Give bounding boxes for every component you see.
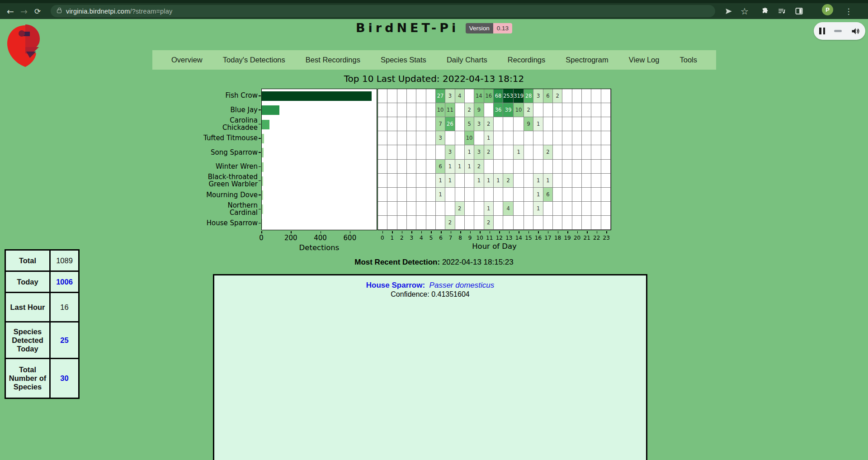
- stats-table: Total1089Today1006Last Hour16Species Det…: [5, 249, 80, 399]
- hour-tick-mark: [538, 231, 539, 233]
- heatmap-cell: [533, 145, 543, 159]
- heatmap-xaxis-title: Hour of Day: [377, 242, 611, 251]
- heatmap-cell: [436, 216, 445, 230]
- nav-item-recordings[interactable]: Recordings: [508, 56, 545, 64]
- bar-ytick-mark: [259, 223, 261, 224]
- heatmap-cell: [378, 188, 387, 202]
- heatmap-cell: [553, 216, 562, 230]
- heatmap-cell: [514, 216, 524, 230]
- detection-bar: [262, 134, 264, 143]
- stats-value-link[interactable]: 1006: [50, 271, 79, 293]
- bookmark-star-icon[interactable]: ☆: [737, 3, 752, 19]
- extensions-icon[interactable]: [758, 3, 773, 19]
- profile-avatar[interactable]: P: [822, 4, 833, 15]
- hour-tick-label: 18: [552, 235, 563, 241]
- nav-item-view-log[interactable]: View Log: [629, 56, 660, 64]
- heatmap-cell: [426, 174, 436, 188]
- heatmap-cell: [601, 174, 611, 188]
- nav-item-daily-charts[interactable]: Daily Charts: [447, 56, 487, 64]
- heatmap-cell: [407, 174, 416, 188]
- heatmap-cell: [494, 145, 503, 159]
- heatmap-cell: 6: [436, 160, 445, 174]
- stats-value-link[interactable]: 30: [50, 359, 79, 398]
- hour-tick-mark: [392, 231, 393, 233]
- heatmap-cell: 1: [465, 145, 474, 159]
- heatmap-cell: [503, 131, 514, 145]
- audio-player[interactable]: [814, 22, 865, 40]
- hour-tick-label: 8: [455, 235, 466, 241]
- heatmap-cell: [445, 188, 455, 202]
- send-icon[interactable]: [721, 3, 736, 19]
- hour-tick-mark: [441, 231, 442, 233]
- heatmap-cell: [426, 188, 436, 202]
- heatmap-cell: [543, 160, 553, 174]
- heatmap-cell: [514, 131, 524, 145]
- detection-bar: [262, 148, 264, 157]
- heatmap-cell: 3: [436, 131, 445, 145]
- hour-tick-mark: [431, 231, 432, 233]
- media-controls-icon[interactable]: [774, 3, 789, 19]
- heatmap-cell: [387, 131, 397, 145]
- nav-item-spectrogram[interactable]: Spectrogram: [566, 56, 608, 64]
- hour-tick-mark: [411, 231, 412, 233]
- nav-item-best-recordings[interactable]: Best Recordings: [306, 56, 360, 64]
- menu-kebab-icon[interactable]: ⋮: [841, 3, 856, 19]
- stats-label: Total Number of Species: [5, 359, 50, 398]
- bar-ytick-mark: [259, 152, 261, 153]
- detection-title[interactable]: House Sparrow: Passer domesticus: [214, 281, 646, 290]
- volume-icon[interactable]: [851, 27, 860, 36]
- forward-icon[interactable]: →: [16, 3, 32, 19]
- heatmap-cell: [572, 202, 582, 216]
- hour-tick-mark: [451, 231, 452, 233]
- heatmap-cell: [572, 89, 582, 103]
- heatmap-cell: [514, 117, 524, 131]
- nav-item-overview[interactable]: Overview: [171, 56, 203, 64]
- heatmap-cell: [426, 145, 436, 159]
- heatmap-cell: [572, 131, 582, 145]
- nav-item-today-s-detections[interactable]: Today's Detections: [223, 56, 285, 64]
- hour-tick-mark: [577, 231, 578, 233]
- address-bar[interactable]: virginia.birdnetpi.com/?stream=play: [51, 5, 715, 17]
- heatmap-cell: [533, 103, 543, 117]
- nav-item-species-stats[interactable]: Species Stats: [381, 56, 426, 64]
- side-panel-icon[interactable]: [791, 3, 807, 19]
- heatmap-cell: [591, 216, 601, 230]
- species-label: NorthernCardinal: [167, 202, 258, 217]
- version-value: 0.13: [493, 23, 512, 33]
- heatmap-cell: [601, 131, 611, 145]
- heatmap-cell: 6: [543, 89, 553, 103]
- heatmap-cell: [445, 131, 455, 145]
- heatmap-cell: 1: [455, 160, 465, 174]
- heatmap-cell: [378, 89, 387, 103]
- bar-ytick-mark: [259, 138, 261, 139]
- hour-tick-label: 17: [542, 235, 553, 241]
- heatmap-cell: [601, 160, 611, 174]
- heatmap-cell: 2: [484, 117, 494, 131]
- seek-bar[interactable]: [834, 30, 842, 32]
- heatmap-cell: [601, 202, 611, 216]
- heatmap-cell: [553, 202, 562, 216]
- heatmap-cell: [503, 117, 514, 131]
- heatmap-cell: [494, 216, 503, 230]
- stats-value-link[interactable]: 25: [50, 322, 79, 359]
- heatmap-cell: [572, 103, 582, 117]
- pause-button[interactable]: [819, 28, 825, 34]
- url-text[interactable]: virginia.birdnetpi.com/?stream=play: [66, 8, 173, 15]
- heatmap-cell: 16: [484, 89, 494, 103]
- detection-bar: [262, 91, 372, 101]
- heatmap-cell: [455, 145, 465, 159]
- heatmap-cell: [387, 202, 397, 216]
- reload-icon[interactable]: ⟳: [30, 3, 45, 19]
- version-badge[interactable]: Version0.13: [466, 24, 512, 31]
- heatmap-cell: [397, 202, 407, 216]
- heatmap-cell: [572, 174, 582, 188]
- hour-tick-label: 22: [591, 235, 602, 241]
- hour-tick-label: 6: [435, 235, 446, 241]
- detection-species-link[interactable]: House Sparrow:: [366, 281, 425, 289]
- heatmap-cell: [407, 131, 416, 145]
- back-icon[interactable]: ←: [3, 3, 18, 19]
- tab-strip: [0, 0, 868, 3]
- nav-item-tools[interactable]: Tools: [679, 56, 697, 64]
- bar-ytick-mark: [259, 124, 261, 125]
- heatmap-cell: 1: [543, 174, 553, 188]
